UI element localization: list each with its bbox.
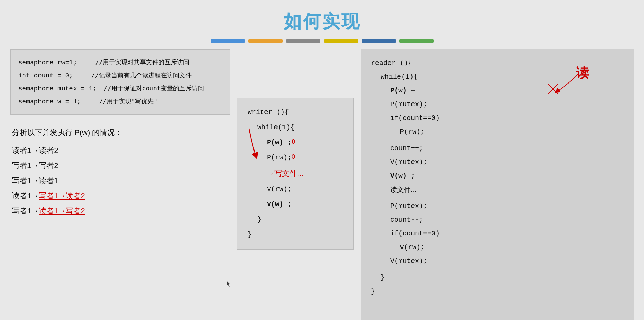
analysis-item-1: 读者1→读者2 — [12, 143, 228, 158]
reader-line-8: V(mutex); — [371, 155, 623, 169]
reader-line-7: count++; — [371, 142, 623, 155]
right-panel: reader (){ while(1){ P(w) ← P(mutex); if… — [361, 49, 634, 320]
annotation-du: 读 — [576, 60, 589, 86]
reader-line-14: V(rw); — [371, 241, 623, 254]
svg-marker-4 — [227, 280, 230, 287]
writer-line-4: P(rw);0 — [248, 150, 343, 165]
reader-line-10: 读文件... — [371, 183, 623, 197]
writer-line-7: V(w) ; — [248, 197, 343, 212]
analysis-underline-1: 写者1→读者2 — [39, 191, 85, 200]
pw-zero-annot: 0 — [292, 138, 295, 145]
code-comment-4: //用于实现"写优先" — [84, 95, 157, 108]
writer-code-box: writer (){ while(1){ P(w) ;0 P(rw);0 →写文… — [237, 98, 354, 250]
color-bar — [0, 39, 644, 43]
writer-line-3: P(w) ;0 — [248, 135, 343, 150]
color-segment-darkblue — [362, 39, 396, 43]
reader-line-4: P(mutex); — [371, 98, 623, 111]
color-segment-orange — [248, 39, 283, 43]
reader-pw: P(w) — [390, 87, 407, 95]
writer-line-9: } — [248, 227, 343, 242]
writer-line-6: V(rw); — [248, 182, 343, 197]
analysis-item-2: 写者1→写者2 — [12, 158, 228, 173]
code-comment-3: //用于保证对count变量的互斥访问 — [100, 82, 204, 95]
analysis-section: 分析以下并发执行 P(w) 的情况： 读者1→读者2 写者1→写者2 写者1→读… — [10, 122, 230, 222]
main-layout: semaphore rw=1; //用于实现对共享文件的互斥访问 int cou… — [0, 49, 644, 320]
code-line-1: semaphore rw=1; //用于实现对共享文件的互斥访问 — [18, 56, 222, 69]
page-wrapper: 如何实现 semaphore rw=1; //用于实现对共享文件的互斥访问 in… — [0, 0, 644, 320]
code-line-3: semaphore mutex = 1; //用于保证对count变量的互斥访问 — [18, 82, 222, 95]
color-segment-blue — [211, 39, 245, 43]
code-comment-1: //用于实现对共享文件的互斥访问 — [80, 56, 189, 68]
reader-line-15: V(mutex); — [371, 254, 623, 268]
code-text-1: semaphore rw=1; — [18, 56, 77, 69]
reader-line-3: P(w) ← — [371, 84, 623, 98]
code-line-4: semaphore w = 1; //用于实现"写优先" — [18, 95, 222, 108]
writer-line-2: while(1){ — [248, 120, 343, 135]
cursor — [227, 280, 231, 287]
reader-line-16: } — [371, 271, 623, 285]
reader-line-9: V(w) ; — [371, 169, 623, 183]
analysis-item-3: 写者1→读者1 — [12, 173, 228, 188]
page-title: 如何实现 — [0, 0, 644, 34]
code-text-3: semaphore mutex = 1; — [18, 82, 97, 95]
reader-line-13: if(count==0) — [371, 227, 623, 241]
writer-line-8: } — [248, 212, 343, 227]
reader-pw-arrow: ← — [411, 87, 415, 95]
code-comment-2: //记录当前有几个读进程在访问文件 — [77, 69, 192, 81]
writer-line-5: →写文件... — [248, 165, 343, 182]
color-segment-gray — [286, 39, 320, 43]
reader-line-17: } — [371, 285, 623, 298]
reader-line-11: P(mutex); — [371, 199, 623, 213]
code-line-2: int count = 0; //记录当前有几个读进程在访问文件 — [18, 69, 222, 82]
color-segment-yellow — [324, 39, 358, 43]
left-panel: semaphore rw=1; //用于实现对共享文件的互斥访问 int cou… — [10, 49, 230, 320]
analysis-item-4: 读者1→写者1→读者2 — [12, 188, 228, 203]
analysis-underline-2: 读者1→写者2 — [39, 207, 85, 215]
writer-line-1: writer (){ — [248, 105, 343, 120]
color-segment-green — [399, 39, 434, 43]
code-text-4: semaphore w = 1; — [18, 95, 81, 108]
code-text-2: int count = 0; — [18, 69, 73, 82]
center-panel: b writer (){ while(1){ P(w) ;0 P(rw);0 →… — [230, 49, 361, 320]
reader-line-6: P(rw); — [371, 125, 623, 139]
prw-zero-annot: 0 — [292, 153, 295, 160]
analysis-item-5: 写者1→读者1→写者2 — [12, 203, 228, 219]
reader-line-5: if(count==0) — [371, 111, 623, 125]
reader-line-12: count--; — [371, 213, 623, 227]
analysis-title: 分析以下并发执行 P(w) 的情况： — [12, 125, 228, 140]
top-code-box: semaphore rw=1; //用于实现对共享文件的互斥访问 int cou… — [10, 49, 230, 115]
